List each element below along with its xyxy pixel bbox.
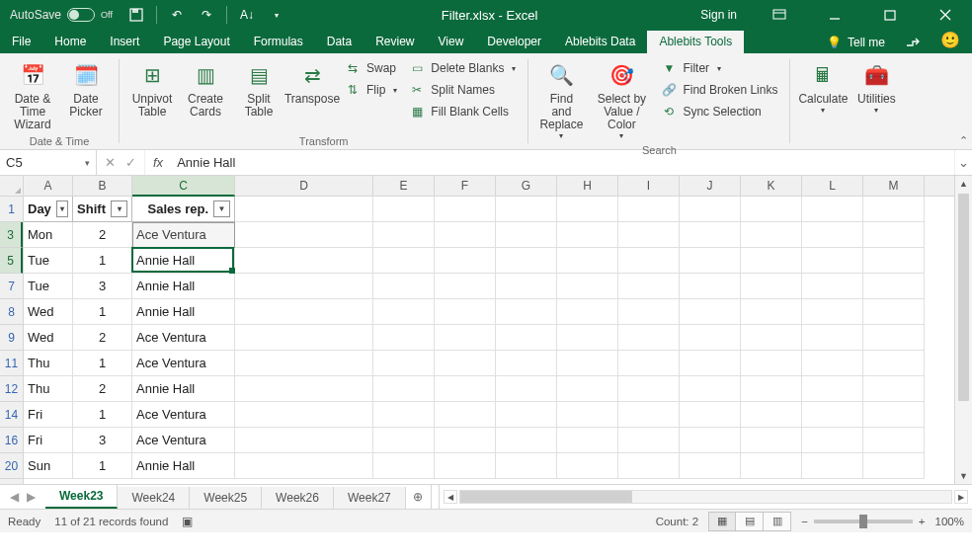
cell[interactable]: 1 (73, 248, 132, 274)
collapse-ribbon-icon[interactable]: ⌃ (959, 134, 968, 147)
cell[interactable] (802, 376, 863, 402)
cell[interactable]: 1 (73, 402, 132, 428)
cell[interactable] (618, 453, 680, 479)
cell[interactable]: 2 (73, 376, 132, 402)
cell[interactable] (741, 453, 802, 479)
col-header-D[interactable]: D (235, 176, 373, 196)
cell[interactable] (235, 402, 373, 428)
cell[interactable] (680, 274, 741, 299)
tab-insert[interactable]: Insert (98, 31, 151, 53)
cell[interactable] (618, 376, 680, 402)
qat-customize-icon[interactable]: ▾ (267, 5, 286, 25)
cell[interactable] (557, 351, 618, 376)
cell[interactable] (496, 299, 557, 325)
fill-blank-cells-button[interactable]: ▦Fill Blank Cells (405, 103, 520, 120)
cell[interactable]: 3 (73, 428, 132, 453)
cell[interactable] (496, 351, 557, 376)
create-cards-button[interactable]: ▥Create Cards (181, 57, 230, 120)
cell[interactable] (741, 376, 802, 402)
cell[interactable] (741, 248, 802, 274)
col-header-G[interactable]: G (496, 176, 557, 196)
cell[interactable] (802, 428, 863, 453)
cell[interactable]: Thu (24, 351, 73, 376)
date-picker-button[interactable]: 🗓️Date Picker (61, 57, 111, 120)
cell[interactable] (863, 376, 925, 402)
page-layout-view-icon[interactable]: ▤ (736, 512, 764, 531)
cell[interactable]: Fri (24, 428, 73, 453)
cell[interactable] (863, 299, 925, 325)
cell[interactable] (618, 222, 680, 248)
filter-active-icon[interactable]: ▼ (213, 200, 230, 217)
cell[interactable] (802, 325, 863, 351)
table-header-cell[interactable] (680, 197, 741, 222)
cell[interactable] (618, 299, 680, 325)
delete-blanks-button[interactable]: ▭Delete Blanks▾ (405, 59, 520, 77)
find-replace-button[interactable]: 🔍Find and Replace▾ (536, 57, 586, 142)
table-header-cell[interactable] (802, 197, 863, 222)
zoom-out-icon[interactable]: − (801, 516, 808, 527)
cell[interactable] (435, 376, 496, 402)
cell[interactable] (235, 299, 373, 325)
table-header-cell[interactable] (557, 197, 618, 222)
tab-file[interactable]: File (0, 31, 42, 53)
cancel-icon[interactable]: ✕ (105, 155, 116, 170)
row-header[interactable]: 11 (0, 351, 23, 376)
macro-record-icon[interactable]: ▣ (182, 515, 193, 528)
vertical-scrollbar[interactable]: ▲ ▼ (954, 176, 972, 484)
split-table-button[interactable]: ▤Split Table (234, 57, 284, 120)
cell[interactable]: 3 (73, 274, 132, 299)
cell[interactable] (741, 325, 802, 351)
view-switcher[interactable]: ▦ ▤ ▥ (708, 512, 791, 531)
table-header-cell[interactable]: Sales rep.▼ (132, 197, 235, 222)
cell[interactable]: Annie Hall (132, 453, 235, 479)
cell[interactable] (557, 248, 618, 274)
cell[interactable] (863, 402, 925, 428)
col-header-L[interactable]: L (802, 176, 863, 196)
select-by-value-button[interactable]: 🎯Select by Value / Color▾ (590, 57, 653, 142)
cell[interactable]: Ace Ventura (132, 351, 235, 376)
cell[interactable] (435, 428, 496, 453)
tab-ablebits-tools[interactable]: Ablebits Tools (647, 31, 744, 53)
find-broken-links-button[interactable]: 🔗Find Broken Links (657, 81, 781, 99)
cell[interactable] (435, 299, 496, 325)
calculate-button[interactable]: 🖩Calculate▾ (798, 57, 848, 117)
sheet-nav[interactable]: ◀▶ (0, 490, 45, 504)
ribbon-display-icon[interactable] (759, 0, 800, 30)
row-header[interactable]: 20 (0, 453, 23, 479)
col-header-M[interactable]: M (863, 176, 925, 196)
row-header[interactable]: 9 (0, 325, 23, 351)
cell[interactable] (435, 351, 496, 376)
tab-developer[interactable]: Developer (475, 31, 553, 53)
cell[interactable] (435, 453, 496, 479)
cell[interactable]: 1 (73, 299, 132, 325)
cell[interactable] (496, 325, 557, 351)
cell[interactable] (802, 402, 863, 428)
cell[interactable] (680, 351, 741, 376)
cell[interactable] (373, 402, 435, 428)
table-header-cell[interactable] (435, 197, 496, 222)
col-header-J[interactable]: J (680, 176, 741, 196)
row-header[interactable]: 12 (0, 376, 23, 402)
cell[interactable] (863, 274, 925, 299)
sheet-splitter[interactable] (432, 485, 440, 509)
tellme-button[interactable]: 💡 Tell me (817, 36, 895, 53)
split-names-button[interactable]: ✂Split Names (405, 81, 520, 99)
table-header-cell[interactable] (618, 197, 680, 222)
feedback-smiley-icon[interactable]: 🙂 (931, 31, 972, 53)
col-header-A[interactable]: A (24, 176, 73, 196)
table-header-cell[interactable] (741, 197, 802, 222)
cell[interactable] (557, 222, 618, 248)
row-header[interactable]: 1 (0, 197, 23, 222)
sync-selection-button[interactable]: ⟲Sync Selection (657, 103, 781, 120)
sheet-tab-week24[interactable]: Week24 (118, 487, 190, 509)
cells-area[interactable]: Day▾Shift▾Sales rep.▼Mon2Ace VenturaTue1… (24, 197, 954, 479)
cell[interactable] (496, 274, 557, 299)
col-header-H[interactable]: H (557, 176, 618, 196)
col-header-C[interactable]: C (132, 176, 235, 197)
cell[interactable] (557, 299, 618, 325)
transpose-button[interactable]: ⇄Transpose (287, 57, 337, 108)
name-box[interactable]: C5 ▾ (0, 150, 97, 175)
cell[interactable] (373, 351, 435, 376)
cell[interactable] (235, 351, 373, 376)
prev-sheet-icon[interactable]: ◀ (10, 490, 19, 504)
